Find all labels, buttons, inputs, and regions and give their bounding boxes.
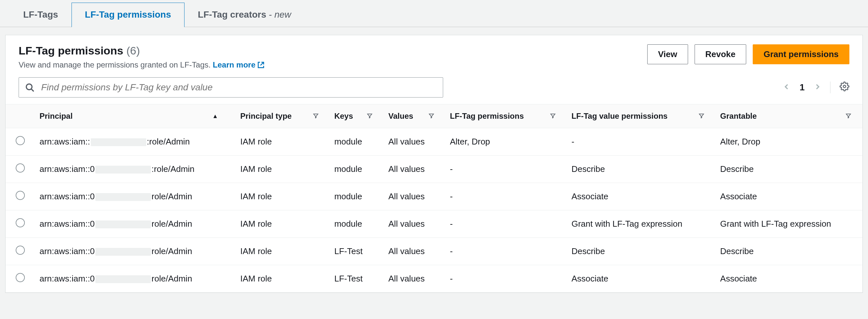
tabs: LF-Tags LF-Tag permissions LF-Tag creato…	[0, 0, 868, 27]
filter-icon	[367, 112, 373, 121]
table-row[interactable]: arn:aws:iam::0role/AdminIAM roleLF-TestA…	[5, 238, 863, 265]
cell-principal-type: IAM role	[236, 265, 330, 292]
column-principal-type[interactable]: Principal type	[236, 104, 330, 128]
cell-values: All values	[384, 155, 445, 183]
redacted-account-id	[95, 166, 151, 174]
column-label: Principal	[39, 112, 72, 121]
cell-values: All values	[384, 183, 445, 210]
view-button[interactable]: View	[647, 44, 688, 64]
cell-principal-type: IAM role	[236, 155, 330, 183]
table-row[interactable]: arn:aws:iam::0role/AdminIAM roleLF-TestA…	[5, 265, 863, 292]
cell-lf-tag-value-permissions: -	[567, 128, 715, 155]
cell-values: All values	[384, 238, 445, 265]
column-lf-tag-value-permissions[interactable]: LF-Tag value permissions	[567, 104, 715, 128]
divider	[830, 81, 831, 93]
row-radio[interactable]	[16, 273, 25, 282]
filter-icon	[699, 112, 704, 121]
sort-ascending-icon: ▲	[212, 113, 218, 120]
gear-icon	[840, 81, 849, 91]
cell-lf-tag-permissions: -	[445, 155, 567, 183]
tab-label: LF-Tags	[23, 9, 58, 20]
table-row[interactable]: arn:aws:iam::0:role/AdminIAM rolemoduleA…	[5, 155, 863, 183]
cell-grantable: Describe	[715, 238, 863, 265]
cell-principal: arn:aws:iam::0role/Admin	[35, 210, 236, 238]
page-title: LF-Tag permissions	[19, 44, 123, 57]
cell-keys: module	[330, 128, 384, 155]
cell-lf-tag-value-permissions: Associate	[567, 265, 715, 292]
item-count: (6)	[126, 44, 140, 57]
table-row[interactable]: arn:aws:iam::0role/AdminIAM rolemoduleAl…	[5, 210, 863, 238]
cell-grantable: Associate	[715, 265, 863, 292]
cell-keys: LF-Test	[330, 265, 384, 292]
revoke-button[interactable]: Revoke	[694, 44, 746, 64]
cell-lf-tag-permissions: -	[445, 210, 567, 238]
row-radio[interactable]	[16, 136, 25, 145]
tab-lf-tag-creators[interactable]: LF-Tag creators - new	[185, 3, 305, 27]
row-radio[interactable]	[16, 218, 25, 227]
cell-grantable: Associate	[715, 183, 863, 210]
redacted-account-id	[95, 193, 151, 201]
cell-values: All values	[384, 128, 445, 155]
row-radio[interactable]	[16, 246, 25, 255]
column-label: Keys	[334, 112, 353, 121]
column-lf-tag-permissions[interactable]: LF-Tag permissions	[445, 104, 567, 128]
tab-label: LF-Tag permissions	[85, 9, 171, 20]
cell-values: All values	[384, 210, 445, 238]
svg-point-1	[843, 85, 846, 88]
filter-icon	[845, 112, 851, 121]
column-label: Grantable	[720, 112, 757, 121]
page-number: 1	[799, 82, 805, 93]
svg-point-0	[27, 84, 32, 90]
table-row[interactable]: arn:aws:iam:::role/AdminIAM rolemoduleAl…	[5, 128, 863, 155]
row-radio[interactable]	[16, 164, 25, 173]
external-link-icon	[257, 61, 265, 69]
column-label: Values	[388, 112, 413, 121]
prev-page-button[interactable]	[783, 82, 790, 93]
cell-principal: arn:aws:iam::0role/Admin	[35, 265, 236, 292]
search-icon	[25, 83, 34, 92]
column-grantable[interactable]: Grantable	[715, 104, 863, 128]
page-subtitle: View and manage the permissions granted …	[19, 60, 211, 69]
cell-lf-tag-value-permissions: Describe	[567, 155, 715, 183]
filter-icon	[313, 112, 319, 121]
redacted-account-id	[95, 220, 151, 228]
cell-keys: module	[330, 210, 384, 238]
redacted-account-id	[95, 275, 151, 283]
grant-permissions-button[interactable]: Grant permissions	[753, 44, 849, 64]
settings-button[interactable]	[840, 81, 849, 94]
cell-lf-tag-permissions: -	[445, 265, 567, 292]
cell-principal: arn:aws:iam::0role/Admin	[35, 183, 236, 210]
cell-principal-type: IAM role	[236, 210, 330, 238]
permissions-table: Principal ▲ Principal type Keys Values	[5, 104, 863, 292]
column-label: Principal type	[240, 112, 291, 121]
filter-icon	[429, 112, 434, 121]
table-row[interactable]: arn:aws:iam::0role/AdminIAM rolemoduleAl…	[5, 183, 863, 210]
cell-principal: arn:aws:iam::0role/Admin	[35, 238, 236, 265]
cell-keys: module	[330, 183, 384, 210]
row-radio[interactable]	[16, 191, 25, 200]
column-select	[5, 104, 35, 128]
cell-principal-type: IAM role	[236, 128, 330, 155]
cell-lf-tag-permissions: -	[445, 238, 567, 265]
learn-more-link[interactable]: Learn more	[213, 60, 265, 69]
cell-lf-tag-permissions: Alter, Drop	[445, 128, 567, 155]
cell-principal-type: IAM role	[236, 238, 330, 265]
column-label: LF-Tag permissions	[450, 112, 524, 121]
tab-label: LF-Tag creators	[198, 9, 267, 20]
next-page-button[interactable]	[814, 82, 821, 93]
tab-lf-tags[interactable]: LF-Tags	[10, 3, 71, 27]
tab-lf-tag-permissions[interactable]: LF-Tag permissions	[71, 3, 185, 27]
redacted-account-id	[95, 248, 151, 256]
cell-lf-tag-value-permissions: Describe	[567, 238, 715, 265]
cell-lf-tag-value-permissions: Associate	[567, 183, 715, 210]
search-input[interactable]	[19, 77, 443, 98]
cell-values: All values	[384, 265, 445, 292]
redacted-account-id	[91, 138, 146, 146]
column-keys[interactable]: Keys	[330, 104, 384, 128]
column-principal[interactable]: Principal ▲	[35, 104, 236, 128]
cell-principal: arn:aws:iam:::role/Admin	[35, 128, 236, 155]
panel: LF-Tag permissions (6) View and manage t…	[5, 35, 863, 293]
learn-more-label: Learn more	[213, 60, 256, 69]
column-values[interactable]: Values	[384, 104, 445, 128]
filter-icon	[550, 112, 556, 121]
